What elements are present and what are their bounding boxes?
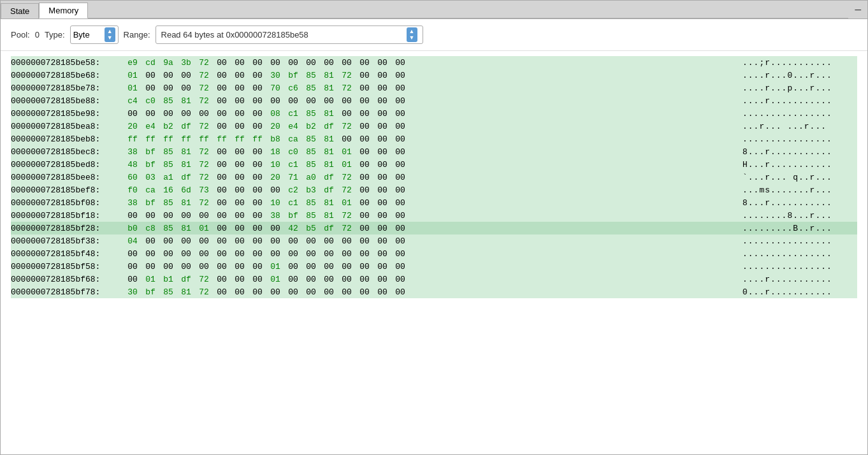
hex-byte: 00 — [233, 211, 247, 220]
hex-byte: 00 — [143, 211, 157, 220]
hex-byte: 00 — [143, 109, 157, 119]
hex-byte: 00 — [179, 83, 193, 93]
ascii-representation: `...r... q..r... — [730, 173, 857, 182]
hex-bytes: 0001b1df720000000100000000000000 — [126, 275, 730, 284]
hex-byte: 00 — [358, 262, 372, 271]
tab-bar: State Memory — — [1, 1, 867, 19]
table-row: 0000000728185bf38:0400000000000000000000… — [11, 235, 857, 247]
hex-byte: a1 — [161, 173, 175, 182]
hex-byte: 00 — [268, 96, 282, 106]
table-row: 0000000728185bf18:000000000000000038bf85… — [11, 209, 857, 222]
hex-byte: 00 — [126, 211, 140, 220]
hex-byte: 00 — [268, 287, 282, 297]
table-row: 0000000728185bf78:30bf858172000000000000… — [11, 285, 857, 298]
hex-byte: 72 — [197, 147, 211, 157]
hex-byte: 00 — [250, 287, 264, 297]
hex-byte: 85 — [161, 198, 175, 208]
tab-memory[interactable]: Memory — [39, 3, 88, 18]
hex-byte: 00 — [393, 71, 407, 80]
hex-byte: 00 — [322, 262, 336, 271]
ascii-representation: ...;r........... — [730, 58, 857, 68]
range-select-arrows[interactable]: ▲ ▼ — [407, 27, 417, 42]
hex-byte: 00 — [197, 262, 211, 271]
type-select[interactable]: Byte Word DWord QWord — [73, 30, 102, 40]
table-row: 0000000728185be98:000000000000000008c185… — [11, 107, 857, 120]
hex-byte: e9 — [126, 58, 140, 68]
hex-byte: 00 — [304, 287, 318, 297]
hex-byte: 00 — [179, 236, 193, 246]
hex-byte: 00 — [393, 211, 407, 220]
hex-byte: 00 — [233, 71, 247, 80]
hex-byte: 85 — [161, 287, 175, 297]
hex-byte: 72 — [340, 71, 354, 80]
hex-byte: 81 — [322, 198, 336, 208]
hex-byte: 00 — [322, 236, 336, 246]
pool-label: Pool: — [11, 30, 30, 40]
hex-byte: 00 — [322, 249, 336, 259]
minimize-button[interactable]: — — [848, 2, 867, 18]
range-value: Read 64 bytes at 0x000000728185be58 — [161, 30, 404, 40]
hex-byte: b3 — [304, 185, 318, 195]
hex-byte: 00 — [375, 262, 389, 271]
hex-byte: 72 — [197, 96, 211, 106]
hex-byte: 00 — [250, 211, 264, 220]
hex-byte: 00 — [143, 249, 157, 259]
hex-byte: 00 — [393, 83, 407, 93]
hex-byte: 30 — [268, 71, 282, 80]
hex-byte: 38 — [126, 198, 140, 208]
hex-byte: 00 — [250, 198, 264, 208]
hex-byte: 70 — [268, 83, 282, 93]
hex-address: 0000000728185bf38: — [11, 236, 126, 246]
type-select-arrows[interactable]: ▲ ▼ — [105, 27, 115, 42]
hex-byte: 00 — [215, 224, 229, 233]
hex-byte: 00 — [215, 147, 229, 157]
hex-byte: 00 — [233, 96, 247, 106]
ascii-representation: ................ — [730, 249, 857, 259]
hex-byte: 00 — [340, 287, 354, 297]
hex-byte: 00 — [358, 71, 372, 80]
hex-byte: 00 — [393, 147, 407, 157]
hex-byte: 00 — [215, 122, 229, 131]
hex-byte: c8 — [143, 224, 157, 233]
hex-byte: 00 — [393, 134, 407, 144]
hex-byte: 00 — [375, 71, 389, 80]
hex-byte: 00 — [393, 173, 407, 182]
hex-bytes: 000000000000000038bf858172000000 — [126, 211, 730, 220]
hex-byte: 00 — [358, 147, 372, 157]
hex-byte: 00 — [286, 96, 300, 106]
hex-address: 0000000728185bf78: — [11, 287, 126, 297]
hex-bytes: 6003a1df720000002071a0df72000000 — [126, 173, 730, 182]
tab-state[interactable]: State — [1, 3, 39, 18]
hex-bytes: f0ca166d7300000000c2b3df72000000 — [126, 185, 730, 195]
hex-byte: 00 — [286, 262, 300, 271]
hex-byte: 00 — [143, 71, 157, 80]
hex-byte: ff — [250, 134, 264, 144]
table-row: 0000000728185bea8:20e4b2df7200000020e4b2… — [11, 120, 857, 133]
ascii-representation: 8...r........... — [730, 198, 857, 208]
up-arrow-icon: ▲ — [107, 29, 113, 34]
hex-address: 0000000728185bf08: — [11, 198, 126, 208]
hex-byte: 00 — [393, 262, 407, 271]
hex-byte: 81 — [322, 160, 336, 170]
hex-byte: 81 — [179, 198, 193, 208]
hex-bytes: c4c08581720000000000000000000000 — [126, 96, 730, 106]
hex-byte: 00 — [375, 236, 389, 246]
hex-byte: 00 — [215, 287, 229, 297]
type-select-box[interactable]: Byte Word DWord QWord ▲ ▼ — [70, 25, 119, 44]
hex-byte: 00 — [250, 71, 264, 80]
hex-byte: 72 — [197, 160, 211, 170]
hex-byte: 01 — [340, 160, 354, 170]
hex-byte: 00 — [268, 249, 282, 259]
hex-byte: bf — [143, 147, 157, 157]
hex-address: 0000000728185be98: — [11, 109, 126, 119]
hex-byte: 00 — [393, 198, 407, 208]
hex-byte: bf — [286, 71, 300, 80]
hex-byte: 20 — [268, 173, 282, 182]
hex-byte: 00 — [358, 275, 372, 284]
ascii-representation: ................ — [730, 109, 857, 119]
hex-address: 0000000728185bef8: — [11, 185, 126, 195]
hex-byte: 00 — [358, 83, 372, 93]
hex-address: 0000000728185bee8: — [11, 173, 126, 182]
hex-byte: ff — [179, 134, 193, 144]
range-box[interactable]: Read 64 bytes at 0x000000728185be58 ▲ ▼ — [156, 25, 423, 44]
